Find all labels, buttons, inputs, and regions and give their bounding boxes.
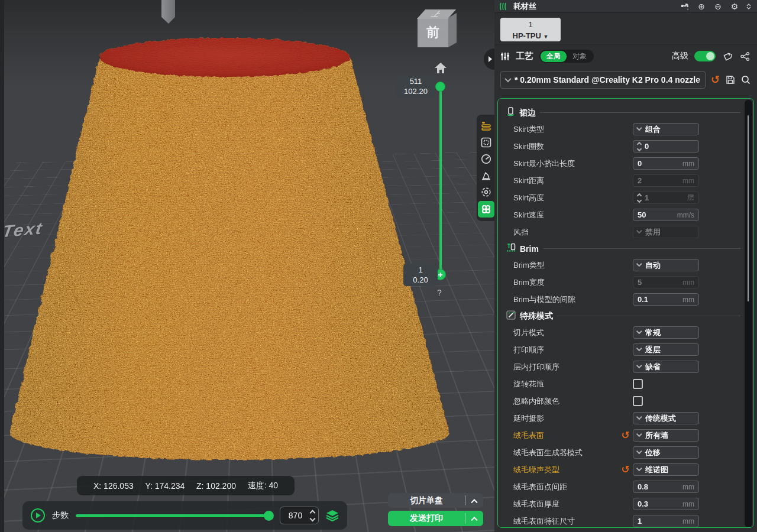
filament-coil-icon: [499, 2, 509, 11]
undo-icon[interactable]: ↺: [622, 465, 630, 475]
section-divider: [557, 316, 740, 316]
setting-row: Skirt速度50mm/s: [506, 206, 744, 223]
layer-slider-track[interactable]: [439, 86, 442, 274]
section-header[interactable]: Brim: [506, 241, 744, 257]
unit-label: mm: [682, 500, 694, 508]
section-header[interactable]: 特殊模式: [506, 308, 744, 324]
setting-label: 绒毛表面生成器模式: [513, 447, 583, 458]
select-control[interactable]: 维诺图: [633, 463, 699, 476]
section-title: 裙边: [519, 108, 536, 118]
home-view-icon[interactable]: [434, 61, 448, 75]
undo-icon[interactable]: ↺: [622, 430, 630, 440]
setting-row: Skirt距离2mm: [506, 172, 744, 189]
setting-value: 5: [638, 278, 679, 287]
checkbox[interactable]: [633, 379, 643, 389]
select-control[interactable]: 传统模式: [633, 412, 699, 424]
scrollbar-thumb[interactable]: [748, 115, 749, 301]
preset-dropdown[interactable]: * 0.20mm Standard @Creality K2 Pro 0.4 n…: [500, 71, 706, 89]
pattern-icon[interactable]: [478, 201, 494, 218]
scope-global-option[interactable]: 全局: [541, 51, 567, 62]
setting-row: Brim宽度5mm: [506, 274, 744, 291]
filament-chip[interactable]: 1 HP-TPU ▼: [500, 18, 561, 41]
add-filament-icon[interactable]: ⊕: [695, 2, 707, 11]
select-control[interactable]: 逐层: [633, 343, 699, 356]
save-preset-icon[interactable]: [725, 75, 735, 85]
step-value: 870: [284, 511, 307, 520]
share-nodes-icon[interactable]: [739, 52, 751, 61]
unit-label: mm: [682, 483, 694, 491]
select-control[interactable]: 所有墙: [633, 429, 699, 442]
step-slider-handle[interactable]: [264, 511, 274, 521]
viewport-3d[interactable]: Text: [0, 0, 494, 532]
flush-icon[interactable]: [679, 2, 691, 11]
input-control[interactable]: 0.1mm: [633, 293, 699, 306]
select-control[interactable]: 常规: [633, 326, 699, 339]
input-control[interactable]: 0mm: [633, 157, 699, 170]
setting-value: 1: [638, 517, 679, 525]
spinner-control[interactable]: 0: [633, 140, 699, 153]
setting-value: 逐层: [645, 345, 694, 355]
filament-settings-icon[interactable]: ⚙: [729, 2, 740, 11]
select-control[interactable]: 组合: [633, 123, 699, 135]
filament-name: HP-TPU ▼: [500, 30, 561, 43]
reset-preset-icon[interactable]: ↺: [711, 74, 720, 85]
setting-value: 0.3: [638, 499, 679, 508]
input-control[interactable]: 0.3mm: [633, 498, 699, 510]
stepper-up-icon[interactable]: [310, 510, 316, 515]
layer-slider-top-handle[interactable]: [435, 82, 445, 92]
select-control[interactable]: 自动: [633, 259, 699, 271]
select-control[interactable]: 缺省: [633, 361, 699, 373]
seam-icon[interactable]: [478, 184, 494, 200]
preset-tag-icon[interactable]: [722, 52, 733, 61]
remove-filament-icon[interactable]: ⊖: [712, 2, 724, 11]
spinner-arrows-icon[interactable]: [638, 194, 641, 202]
view-cube-right-face[interactable]: [448, 13, 457, 47]
chevron-down-icon: [636, 362, 642, 368]
section-title: Brim: [520, 244, 539, 254]
skirt-icon: [506, 107, 515, 119]
setting-row: 绒毛表面点间距0.8mm: [506, 478, 744, 495]
scrollbar-track[interactable]: [745, 100, 752, 527]
step-number-stepper[interactable]: 870: [280, 507, 319, 524]
advanced-toggle[interactable]: [694, 51, 716, 61]
layers-icon[interactable]: [326, 510, 339, 521]
setting-value: 50: [638, 210, 674, 219]
setting-value: 0.1: [638, 295, 679, 304]
section-header[interactable]: 裙边: [506, 105, 744, 121]
play-icon[interactable]: [31, 508, 45, 523]
spinner-arrows-icon[interactable]: [638, 142, 641, 151]
chevron-up-icon[interactable]: [465, 516, 483, 521]
layer-slider-top-tooltip: 511 102.20: [396, 75, 435, 98]
preset-name: * 0.20mm Standard @Creality K2 Pro 0.4 n…: [515, 75, 700, 85]
line-type-icon[interactable]: [478, 118, 494, 134]
select-control: 禁用: [633, 226, 699, 238]
plate-icon[interactable]: [478, 135, 494, 150]
speed-gauge-icon[interactable]: [478, 151, 494, 167]
collapse-panel-icon[interactable]: [745, 4, 752, 9]
input-control[interactable]: 1mm: [633, 515, 699, 527]
scope-object-option[interactable]: 对象: [567, 51, 593, 62]
input-control[interactable]: 0.8mm: [633, 481, 699, 493]
support-icon[interactable]: [478, 168, 494, 183]
scope-toggle[interactable]: 全局 对象: [539, 50, 594, 63]
search-params-icon[interactable]: [741, 75, 751, 85]
stepper-down-icon[interactable]: [310, 515, 316, 521]
unit-label: mm: [682, 177, 694, 185]
settings-scroll-area[interactable]: 裙边Skirt类型组合Skirt圈数0Skirt最小挤出长度0mmSkirt距离…: [497, 98, 754, 528]
setting-label: Skirt类型: [513, 124, 544, 135]
help-hint[interactable]: ?: [437, 288, 442, 297]
unit-label: 层: [687, 193, 694, 203]
view-cube[interactable]: 上 前: [418, 9, 458, 48]
send-print-button[interactable]: 发送打印: [388, 511, 483, 526]
step-slider[interactable]: [76, 514, 273, 517]
chevron-up-icon[interactable]: [465, 498, 483, 503]
filament-header: 耗材丝 ⊕ ⊖ ⚙: [494, 0, 757, 13]
setting-label: 旋转花瓶: [513, 379, 544, 390]
input-control[interactable]: 50mm/s: [633, 209, 699, 221]
setting-row: 延时摄影传统模式: [506, 410, 744, 427]
select-control[interactable]: 位移: [633, 446, 699, 459]
slice-plate-button[interactable]: 切片单盘: [388, 493, 483, 508]
view-cube-front-face[interactable]: 前: [418, 18, 448, 47]
setting-label: Skirt速度: [513, 210, 544, 220]
checkbox[interactable]: [633, 396, 643, 406]
